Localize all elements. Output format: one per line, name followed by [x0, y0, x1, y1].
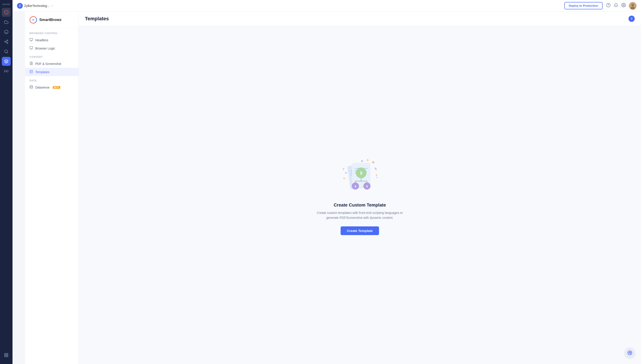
content-area: Templates ? + + — [79, 12, 641, 364]
user-avatar[interactable] — [629, 2, 636, 10]
empty-state: + + + ✕ — [79, 26, 641, 364]
template-illustration: + + + ✕ — [337, 156, 382, 196]
svg-point-38 — [372, 161, 374, 164]
svg-line-8 — [6, 40, 7, 41]
sidebar-item-templates-label: Templates — [35, 70, 50, 74]
rail-icon-cloud[interactable] — [2, 18, 11, 26]
topbar: Z ZylkerTechnolog... Deploy to Productio… — [13, 0, 641, 12]
templates-icon — [30, 70, 33, 74]
org-logo: Z — [17, 3, 23, 9]
org-selector[interactable]: Z ZylkerTechnolog... — [17, 3, 54, 9]
svg-text:$: $ — [360, 171, 362, 175]
create-template-button[interactable]: Create Template — [341, 226, 379, 235]
sidebar-item-browser-logic[interactable]: Browser Logic — [25, 44, 78, 52]
svg-point-42 — [345, 172, 347, 174]
svg-point-4 — [7, 40, 8, 41]
svg-rect-24 — [30, 38, 33, 40]
rail-icon-rocket[interactable] — [2, 57, 11, 66]
svg-text:+: + — [376, 176, 378, 179]
sidebar: SmartBrowz BROWSER CONTROL Headless — [25, 12, 79, 364]
sidebar-section-browser-control: BROWSER CONTROL — [25, 32, 78, 34]
svg-line-10 — [7, 52, 8, 53]
sidebar-section-data: DATA — [25, 79, 78, 82]
floating-action-icon[interactable] — [625, 348, 635, 358]
rail-icon-search[interactable] — [2, 47, 11, 56]
svg-text:✕: ✕ — [375, 168, 377, 171]
svg-point-43 — [343, 178, 345, 179]
bell-icon[interactable] — [614, 3, 618, 8]
empty-state-description: Create custom templates with front-end s… — [313, 210, 407, 220]
rail-icon-circuit[interactable] — [2, 67, 11, 76]
svg-point-20 — [631, 4, 634, 6]
sidebar-item-browser-logic-label: Browser Logic — [35, 46, 55, 50]
sidebar-item-dataverse[interactable]: Dataverse BETA — [25, 83, 78, 92]
svg-rect-14 — [5, 356, 6, 357]
deploy-to-production-button[interactable]: Deploy to Production — [564, 2, 603, 9]
svg-rect-13 — [7, 354, 8, 355]
dataverse-icon — [30, 85, 33, 90]
headless-icon — [30, 38, 33, 42]
empty-state-title: Create Custom Template — [334, 202, 386, 208]
svg-rect-15 — [7, 356, 8, 357]
topbar-icons — [606, 2, 636, 10]
svg-point-37 — [367, 159, 368, 161]
sidebar-brand: SmartBrowz — [25, 16, 78, 28]
rail-label-services: Services — [3, 3, 10, 6]
svg-point-35 — [30, 86, 33, 86]
svg-text:+: + — [342, 168, 344, 171]
svg-rect-32 — [30, 70, 33, 73]
main-area: SmartBrowz BROWSER CONTROL Headless — [25, 12, 641, 364]
browser-logic-icon — [30, 46, 33, 50]
icon-rail: Services — [0, 0, 13, 364]
svg-point-5 — [5, 41, 6, 42]
sidebar-item-templates[interactable]: Templates — [25, 68, 78, 76]
svg-point-9 — [5, 50, 8, 53]
svg-point-18 — [623, 5, 624, 6]
rail-icon-grid[interactable] — [2, 350, 11, 360]
svg-point-1 — [5, 30, 8, 34]
chevron-down-icon — [51, 4, 54, 7]
svg-line-7 — [6, 42, 7, 42]
svg-point-11 — [6, 70, 7, 72]
svg-point-36 — [361, 160, 363, 162]
content-header: Templates ? — [79, 12, 641, 26]
svg-text:$: $ — [354, 185, 356, 188]
pdf-screenshot-icon — [30, 62, 33, 66]
sidebar-item-dataverse-label: Dataverse — [35, 86, 50, 89]
beta-badge: BETA — [53, 86, 60, 89]
brand-name: SmartBrowz — [39, 18, 61, 22]
sidebar-section-convert: CONVERT — [25, 56, 78, 58]
sidebar-item-headless-label: Headless — [35, 38, 48, 42]
brand-logo — [30, 16, 37, 24]
org-name: ZylkerTechnolog... — [24, 4, 50, 8]
svg-text:$: $ — [366, 185, 368, 188]
svg-point-6 — [7, 42, 8, 44]
rail-icon-analytics[interactable] — [2, 28, 11, 36]
page-title: Templates — [85, 16, 109, 22]
sidebar-item-headless[interactable]: Headless — [25, 36, 78, 44]
svg-rect-12 — [5, 354, 6, 355]
svg-rect-27 — [30, 46, 33, 48]
sidebar-item-pdf-label: PDF & Screenshot — [35, 62, 61, 66]
page-help-button[interactable]: ? — [628, 16, 635, 22]
settings-icon[interactable] — [621, 3, 626, 8]
help-icon[interactable] — [606, 3, 611, 8]
sidebar-item-pdf-screenshot[interactable]: PDF & Screenshot — [25, 60, 78, 68]
rail-icon-smartbrowz[interactable] — [2, 8, 11, 17]
rail-icon-connections[interactable] — [2, 37, 11, 46]
